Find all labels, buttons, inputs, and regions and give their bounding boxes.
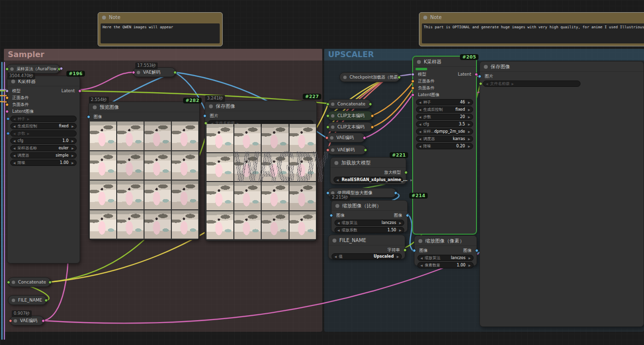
denoise-widget[interactable]: 降噪1.00 xyxy=(10,160,77,166)
latent-input-port[interactable] xyxy=(411,93,415,97)
input-port[interactable] xyxy=(325,136,329,140)
vae-input-port[interactable] xyxy=(9,319,12,323)
node-graph-canvas[interactable]: Sampler UPSCALER Note xyxy=(0,0,644,345)
node-vae-decode-upscaler[interactable]: VAE解码 xyxy=(327,145,366,155)
node-clip-text-encode-1[interactable]: CLIP文本编码 xyxy=(327,111,373,121)
latent-input-port[interactable] xyxy=(5,110,9,113)
filename-prefix-input-port[interactable] xyxy=(479,82,482,85)
node-title[interactable]: 加载放大模型 xyxy=(331,158,406,168)
sampler-name-widget[interactable]: 采样器名称euler xyxy=(10,145,77,151)
scale-factor-widget[interactable]: 缩放系数1.50 xyxy=(334,227,404,233)
positive-input-port[interactable] xyxy=(411,80,415,83)
negative-input-port[interactable] xyxy=(411,86,415,90)
latent-output-port[interactable] xyxy=(363,136,366,140)
input-port[interactable] xyxy=(326,125,330,129)
image-output-port[interactable] xyxy=(406,214,409,217)
note-text[interactable]: This part is OPTIONAL and generate huge … xyxy=(422,23,644,43)
group-upscaler-title[interactable]: UPSCALER xyxy=(324,49,644,61)
node-upscale-model-loader[interactable]: 加载放大模型 放大模型 RealESRGAN_x4plus_anime_... xyxy=(330,157,406,184)
denoise-widget[interactable]: 降噪0.20 xyxy=(416,143,473,149)
scheduler-widget[interactable]: 调度器karras xyxy=(416,136,473,142)
node-image-scale-by-ratio[interactable]: 缩放图像（比例） 图像 图像 缩放算法lanczos 缩放系数1.50 xyxy=(331,200,408,232)
scheduler-widget[interactable]: 调度器simple xyxy=(10,152,77,159)
note-node-right[interactable]: Note This part is OPTIONAL and generate … xyxy=(419,12,644,46)
node-title[interactable]: 保存图像 xyxy=(480,61,644,72)
node-checkpoint-loader[interactable]: Checkpoint加载器（简易） xyxy=(339,72,400,82)
seed-input-port[interactable] xyxy=(6,117,10,121)
output-port[interactable] xyxy=(44,299,48,302)
generated-image-thumbnail xyxy=(90,151,116,180)
seed-widget[interactable]: 种子 xyxy=(10,116,77,122)
node-vae-encode-upscaler[interactable]: VAE编码 xyxy=(326,133,365,142)
scale-method-widget[interactable]: 缩放算法lanczos xyxy=(334,220,404,226)
output-port[interactable] xyxy=(397,76,401,79)
image-output-port[interactable] xyxy=(364,148,367,152)
output-port[interactable] xyxy=(48,281,52,284)
model-port-dot[interactable] xyxy=(60,67,63,70)
image-input-port[interactable] xyxy=(478,75,481,78)
input-port[interactable] xyxy=(5,67,9,71)
upscale-model-combo-widget[interactable]: RealESRGAN_x4plus_anime_... xyxy=(333,177,403,183)
node-concatenate-upscaler[interactable]: Concatenate xyxy=(327,99,371,109)
samples-input-port[interactable] xyxy=(132,71,135,74)
note-title[interactable]: Note xyxy=(419,13,644,22)
node-clip-text-encode-2[interactable]: CLIP文本编码 xyxy=(327,122,373,132)
latent-output-port[interactable] xyxy=(475,73,478,76)
negative-input-port[interactable] xyxy=(5,103,9,106)
node-title[interactable]: FILE_NAME xyxy=(329,235,405,245)
preview-image-grid[interactable] xyxy=(90,122,198,239)
node-title[interactable]: 保存图像 xyxy=(205,101,316,111)
image-input-port[interactable] xyxy=(203,114,207,118)
note-node-left[interactable]: Note Here the QWEN images will appear xyxy=(98,12,223,46)
node-save-image-right[interactable]: 保存图像 图片 文件名前缀 xyxy=(479,61,644,327)
control-after-generate-widget[interactable]: 生成后控制fixed xyxy=(10,123,77,129)
node-title[interactable]: 缩放图像（像素） xyxy=(415,236,477,246)
pixel-count-widget[interactable]: 像素数量1.00 xyxy=(417,262,474,268)
node-filename-upscaler[interactable]: FILE_NAME 字符串 值Upscaled xyxy=(328,235,405,259)
positive-input-port[interactable] xyxy=(5,96,9,100)
node-filename-bottom[interactable]: FILE_NAME xyxy=(8,295,47,305)
image-output-port[interactable] xyxy=(475,249,478,252)
conditioning-output-port[interactable] xyxy=(371,114,374,118)
note-title[interactable]: Note xyxy=(98,13,222,22)
input-port[interactable] xyxy=(326,102,330,106)
image-input-port[interactable] xyxy=(326,191,330,195)
cfg-widget[interactable]: cfg3.5 xyxy=(416,121,473,127)
scale-method-widget[interactable]: 缩放算法lanczos xyxy=(417,255,474,261)
node-title[interactable]: 缩放图像（比例） xyxy=(332,201,407,211)
image-input-port[interactable] xyxy=(330,214,333,217)
steps-input-port[interactable] xyxy=(6,132,10,135)
node-image-scale-to-pixels[interactable]: 缩放图像（像素） 图像 图像 缩放算法lanczos 像素数量1.00 xyxy=(414,235,477,266)
input-port[interactable] xyxy=(7,281,10,284)
seed-widget[interactable]: 种子46 xyxy=(416,99,473,105)
node-auraflow-sampler[interactable]: 采样算法（AuraFlow） xyxy=(6,64,60,74)
model-input-port[interactable] xyxy=(5,89,9,93)
image-output-port[interactable] xyxy=(173,71,177,74)
node-badge: #205 xyxy=(460,54,478,60)
string-output-port[interactable] xyxy=(403,248,407,252)
steps-widget[interactable]: 步数 xyxy=(10,130,77,137)
image-output-port[interactable] xyxy=(394,191,397,195)
input-port[interactable] xyxy=(326,114,330,118)
value-widget[interactable]: 值Upscaled xyxy=(332,253,402,260)
node-concatenate-bottom[interactable]: Concatenate xyxy=(8,277,51,287)
node-vae-encode-bottom[interactable]: VAE编码 xyxy=(10,316,44,325)
sampler-name-widget[interactable]: 采样...dpmpp_2m_sde xyxy=(416,128,473,135)
node-ksampler-left[interactable]: K采样器 模型 Latent 正面条件 负面条件 Latent图像 xyxy=(7,76,80,264)
node-title[interactable]: 预览图像 xyxy=(89,102,199,112)
node-ksampler-right[interactable]: K采样器 模型 Latent 正面条件 负面条件 Latent图像 xyxy=(413,56,477,234)
latent-output-port[interactable] xyxy=(78,89,82,93)
image-input-port[interactable] xyxy=(413,249,416,252)
output-port[interactable] xyxy=(369,102,372,106)
upscale-model-output-port[interactable] xyxy=(404,171,408,174)
model-input-port[interactable] xyxy=(411,73,415,76)
group-sampler-title[interactable]: Sampler xyxy=(4,49,322,61)
note-text[interactable]: Here the QWEN images will appear xyxy=(101,23,220,43)
control-after-generate-widget[interactable]: 生成后控制fixed xyxy=(416,106,473,113)
latent-output-port[interactable] xyxy=(42,319,45,323)
image-input-port[interactable] xyxy=(87,115,90,119)
filename-prefix-widget[interactable]: 文件名前缀 xyxy=(483,81,581,87)
steps-widget[interactable]: 步数20 xyxy=(416,114,473,120)
cfg-widget[interactable]: cfg1.0 xyxy=(10,138,77,144)
conditioning-output-port[interactable] xyxy=(371,125,374,129)
